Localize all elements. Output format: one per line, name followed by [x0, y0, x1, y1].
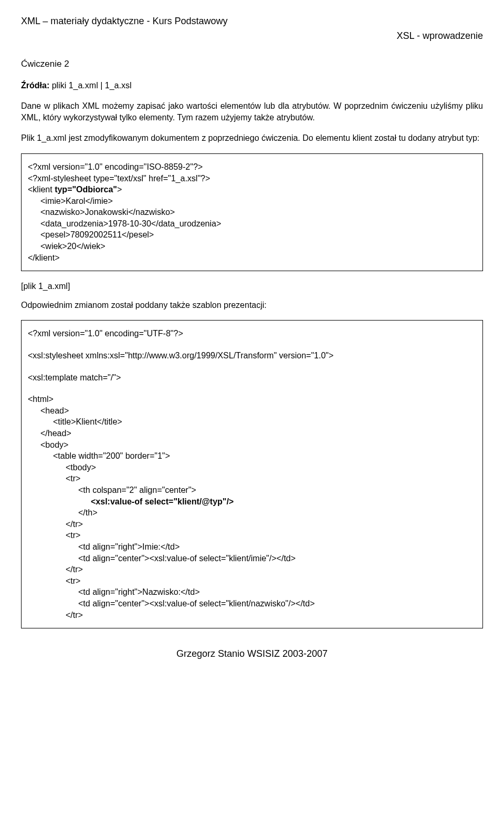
- code-line: <th colspan="2" align="center">: [28, 484, 476, 496]
- code-block-xml: <?xml version="1.0" encoding="ISO-8859-2…: [21, 153, 483, 271]
- code-line: <tr>: [28, 473, 476, 484]
- code-line: </tr>: [28, 564, 476, 575]
- code-line: <td align="center"><xsl:value-of select=…: [28, 598, 476, 610]
- code-line: <pesel>78092002511</pesel>: [28, 229, 476, 241]
- exercise-title: Ćwiczenie 2: [21, 58, 483, 70]
- code-line: <?xml-stylesheet type="text/xsl" href="1…: [28, 173, 476, 184]
- code-line: <data_urodzenia>1978-10-30</data_urodzen…: [28, 218, 476, 230]
- file-label: [plik 1_a.xml]: [21, 281, 483, 292]
- code-line: </head>: [28, 428, 476, 439]
- code-line: <td align="right">Imie:</td>: [28, 541, 476, 553]
- code-line: <xsl:stylesheet xmlns:xsl="http://www.w3…: [28, 350, 476, 362]
- header-left: XML – materiały dydaktyczne - Kurs Podst…: [21, 15, 483, 27]
- code-line: <table width="200" border="1">: [28, 450, 476, 462]
- code-line: <?xml version="1.0" encoding="ISO-8859-2…: [28, 161, 476, 173]
- code-line: <html>: [28, 394, 476, 405]
- code-line: <td align="right">Nazwisko:</td>: [28, 586, 476, 598]
- code-line: <tbody>: [28, 462, 476, 473]
- page-footer: Grzegorz Stanio WSISIZ 2003-2007: [21, 647, 483, 660]
- header-right: XSL - wprowadzenie: [21, 29, 483, 42]
- code-line: <tr>: [28, 575, 476, 587]
- code-line: <td align="center"><xsl:value-of select=…: [28, 553, 476, 564]
- code-line: <tr>: [28, 530, 476, 541]
- paragraph-2: Plik 1_a.xml jest zmodyfikowanym dokumen…: [21, 132, 483, 144]
- sources-value: pliki 1_a.xml | 1_a.xsl: [49, 81, 131, 90]
- code-line: </th>: [28, 507, 476, 519]
- paragraph-3: Odpowiednim zmianom został poddany także…: [21, 300, 483, 311]
- code-line: <head>: [28, 405, 476, 417]
- code-line: </tr>: [28, 610, 476, 621]
- sources-line: Źródła: pliki 1_a.xml | 1_a.xsl: [21, 80, 483, 91]
- paragraph-1: Dane w plikach XML możemy zapisać jako w…: [21, 100, 483, 123]
- code-line: <xsl:value-of select="klient/@typ"/>: [28, 496, 476, 508]
- code-line: <imie>Karol</imie>: [28, 195, 476, 207]
- code-line: <wiek>20</wiek>: [28, 241, 476, 252]
- code-line: <title>Klient</title>: [28, 416, 476, 428]
- code-line: <?xml version="1.0" encoding="UTF-8"?>: [28, 328, 476, 339]
- code-line: </tr>: [28, 519, 476, 530]
- code-line: <xsl:template match="/">: [28, 372, 476, 384]
- code-line: <body>: [28, 439, 476, 451]
- code-line: <nazwisko>Jonakowski</nazwisko>: [28, 207, 476, 218]
- code-line: </klient>: [28, 252, 476, 264]
- sources-label: Źródła:: [21, 81, 49, 90]
- code-line: <klient typ="Odbiorca">: [28, 184, 476, 195]
- code-block-xsl: <?xml version="1.0" encoding="UTF-8"?> <…: [21, 320, 483, 628]
